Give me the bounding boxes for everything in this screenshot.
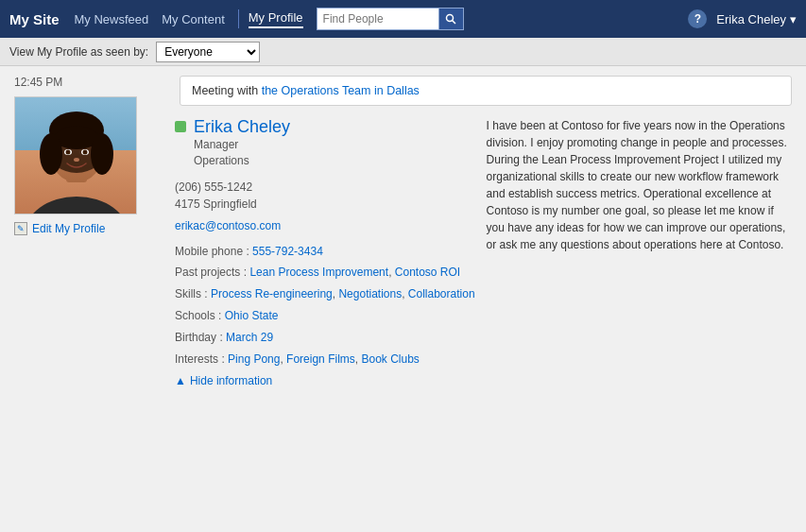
mobile-value[interactable]: 555-792-3434	[252, 245, 323, 258]
projects-label: Past projects	[175, 266, 240, 279]
profile-schools-row: Schools : Ohio State	[175, 308, 475, 324]
project-link-1[interactable]: Lean Process Improvement	[249, 266, 388, 279]
nav-right-area: ? Erika Cheley ▾	[688, 9, 797, 28]
nav-content[interactable]: My Content	[162, 12, 224, 26]
profile-mobile-row: Mobile phone : 555-792-3434	[175, 244, 475, 260]
profile-contact-info: (206) 555-1242 4175 Springfield	[175, 179, 475, 213]
skill-link-3[interactable]: Collaboration	[408, 287, 475, 300]
mobile-label: Mobile phone	[175, 245, 243, 258]
activity-note-link[interactable]: the Operations Team in Dallas	[262, 84, 420, 97]
svg-point-12	[66, 150, 71, 155]
svg-point-13	[83, 150, 88, 155]
hide-info-label: Hide information	[190, 374, 272, 387]
project-link-2[interactable]: Contoso ROI	[395, 266, 460, 279]
search-input[interactable]	[317, 8, 439, 30]
birthday-value[interactable]: March 29	[226, 331, 273, 344]
help-button[interactable]: ?	[688, 9, 707, 28]
skill-link-2[interactable]: Negotiations	[338, 287, 402, 300]
presence-indicator	[175, 121, 186, 132]
skill-link-1[interactable]: Process Re-engineering	[211, 287, 333, 300]
activity-note-text: Meeting with	[192, 84, 262, 97]
profile-birthday-row: Birthday : March 29	[175, 330, 475, 346]
user-dropdown-icon: ▾	[790, 12, 797, 26]
profile-interests-row: Interests : Ping Pong, Foreign Films, Bo…	[175, 352, 475, 368]
svg-point-9	[91, 133, 113, 175]
activity-note: Meeting with the Operations Team in Dall…	[180, 76, 792, 106]
school-link-1[interactable]: Ohio State	[225, 309, 279, 322]
left-panel: 12:45 PM	[14, 76, 175, 523]
site-title[interactable]: My Site	[9, 11, 60, 27]
schools-label: Schools	[175, 309, 215, 322]
profile-phone: (206) 555-1242	[175, 179, 475, 196]
profile-skills-row: Skills : Process Re-engineering, Negotia…	[175, 286, 475, 302]
interest-link-2[interactable]: Foreign Films	[286, 352, 355, 366]
nav-profile[interactable]: My Profile	[249, 10, 303, 28]
profile-photo	[14, 96, 137, 215]
interest-link-1[interactable]: Ping Pong	[228, 352, 280, 366]
user-name: Erika Cheley	[716, 12, 786, 26]
edit-profile-label: Edit My Profile	[32, 222, 105, 235]
profile-name-block: Erika Cheley Manager Operations	[194, 117, 475, 169]
hide-info-link[interactable]: ▲ Hide information	[175, 374, 475, 387]
top-navigation: My Site My Newsfeed My Content My Profil…	[0, 0, 806, 38]
view-select[interactable]: Everyone My Colleagues My Manager Only M…	[156, 42, 260, 62]
search-container	[317, 8, 464, 30]
profile-title-text: Manager	[194, 138, 238, 151]
edit-profile-link[interactable]: ✎ Edit My Profile	[14, 222, 175, 235]
search-icon	[445, 13, 456, 25]
nav-divider	[238, 9, 239, 28]
profile-email[interactable]: erikac@contoso.com	[175, 219, 281, 232]
birthday-label: Birthday	[175, 331, 216, 344]
skills-label: Skills	[175, 287, 201, 300]
interest-link-3[interactable]: Book Clubs	[361, 352, 419, 366]
view-bar: View My Profile as seen by: Everyone My …	[0, 38, 806, 66]
right-area: Meeting with the Operations Team in Dall…	[175, 76, 792, 523]
profile-job-title: Manager Operations	[194, 137, 475, 169]
profile-photo-svg	[15, 97, 137, 215]
search-button[interactable]	[439, 8, 464, 30]
profile-name[interactable]: Erika Cheley	[194, 117, 475, 137]
user-menu[interactable]: Erika Cheley ▾	[716, 12, 797, 26]
svg-point-0	[447, 15, 454, 22]
profile-header: Erika Cheley Manager Operations	[175, 117, 475, 169]
svg-point-14	[74, 158, 79, 162]
profile-bio-area: I have been at Contoso for five years no…	[487, 117, 792, 387]
profile-department: Operations	[194, 154, 249, 167]
svg-point-8	[40, 133, 62, 175]
svg-line-1	[453, 21, 456, 25]
edit-icon: ✎	[14, 222, 27, 235]
hide-info-chevron: ▲	[175, 374, 186, 387]
view-bar-label: View My Profile as seen by:	[9, 45, 148, 59]
interests-label: Interests	[175, 352, 218, 366]
profile-projects-row: Past projects : Lean Process Improvement…	[175, 265, 475, 281]
main-content: 12:45 PM	[0, 66, 806, 532]
profile-bio: I have been at Contoso for five years no…	[487, 117, 792, 253]
profile-left-info: Erika Cheley Manager Operations (206) 55…	[175, 117, 475, 387]
profile-main-row: Erika Cheley Manager Operations (206) 55…	[175, 117, 792, 387]
timestamp: 12:45 PM	[14, 76, 175, 89]
nav-newsfeed[interactable]: My Newsfeed	[75, 12, 149, 26]
profile-address: 4175 Springfield	[175, 196, 475, 213]
